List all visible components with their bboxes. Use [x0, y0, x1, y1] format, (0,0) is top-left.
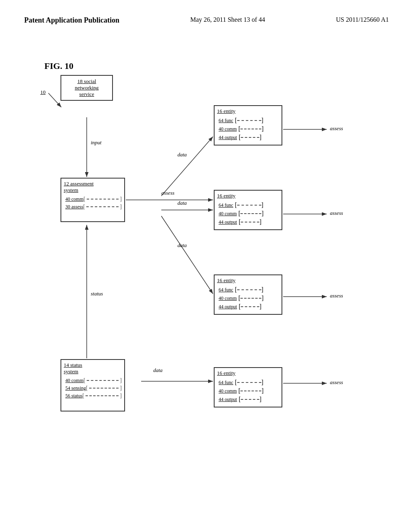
entity-box-3: 16 entity 64 func [ ] 40 comm [ ] 44 out…: [214, 274, 282, 315]
assessment-box: 12 assessment system 40 comm [ ] 30 asse…: [60, 178, 125, 222]
sheet-info: May 26, 2011 Sheet 13 of 44: [190, 16, 265, 23]
data-bottom-label: data: [153, 367, 163, 374]
figure-label: FIG. 10: [44, 61, 73, 71]
entity-box-2: 16 entity 64 func [ ] 40 comm [ ] 44 out…: [214, 190, 282, 230]
status-rows: 40 comm [ ] 54 sensing [ ] 56 status [ ]: [61, 376, 124, 403]
assessment-title: 12 assessment system: [61, 179, 124, 194]
entity-box-1: 16 entity 64 func [ ] 40 comm [ ] 44 out…: [214, 105, 282, 145]
publication-label: Patent Application Publication: [24, 16, 119, 25]
input-label: input: [91, 139, 102, 146]
svg-line-8: [161, 216, 213, 294]
svg-line-2: [48, 93, 61, 107]
assess4-label: assess: [330, 379, 343, 386]
assess3-label: assess: [330, 293, 343, 299]
patent-number: US 2011/125660 A1: [336, 16, 389, 23]
assess1-label: assess: [330, 125, 343, 132]
entity-box-4: 16 entity 64 func [ ] 40 comm [ ] 44 out…: [214, 367, 282, 407]
svg-line-6: [161, 137, 213, 196]
assessment-rows: 40 comm [ ] 30 assess [ ]: [61, 194, 124, 214]
data-mid1-label: data: [177, 200, 187, 206]
status-status-row: 56 status [ ]: [65, 393, 122, 399]
status-comm-row: 40 comm [ ]: [65, 377, 122, 384]
assessment-comm-row: 40 comm [ ]: [65, 196, 122, 202]
social-title: 18 social networking service: [65, 78, 109, 98]
status-label: status: [91, 291, 103, 297]
status-box: 14 status system 40 comm [ ] 54 sensing …: [60, 359, 125, 411]
assess2-label: assess: [330, 210, 343, 216]
assessment-assess-row: 30 assess [ ]: [65, 204, 122, 210]
system-number: 10: [40, 89, 46, 96]
status-sensing-row: 54 sensing [ ]: [65, 385, 122, 391]
data-top-label: data: [177, 152, 187, 158]
assess-right-label: assess: [161, 190, 175, 196]
status-title: 14 status system: [61, 360, 124, 376]
page-header: Patent Application Publication May 26, 2…: [0, 0, 413, 33]
diagram-area: FIG. 10 10 18 social networking service …: [0, 37, 413, 520]
data-mid2-label: data: [177, 242, 187, 249]
social-box: 18 social networking service: [60, 75, 113, 101]
